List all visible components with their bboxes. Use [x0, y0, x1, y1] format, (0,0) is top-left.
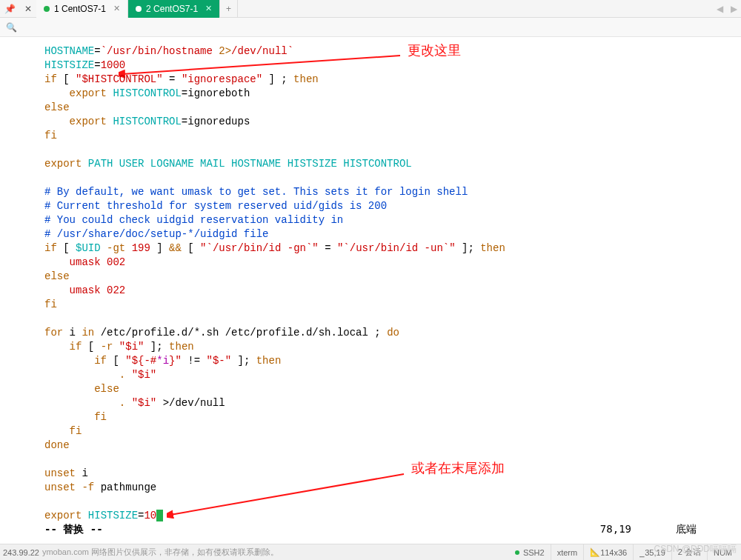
- tabs: 1 CentOS7-1 ✕ 2 CentOS7-1 ✕ +: [36, 0, 238, 18]
- cursor: [156, 510, 163, 521]
- tab-close-icon[interactable]: ✕: [205, 4, 212, 13]
- tab-2[interactable]: 2 CentOS7-1 ✕: [128, 0, 220, 18]
- status-dot-icon: [515, 550, 519, 555]
- watermark: CSDN @DDD嗝嗝嗝: [654, 543, 737, 556]
- search-icon[interactable]: 🔍: [6, 22, 17, 33]
- terminal-editor[interactable]: 更改这里 或者在末尾添加 HOSTNAME=`/usr/bin/hostname…: [0, 37, 741, 526]
- status-ssh: SSH2: [509, 544, 551, 560]
- tab-next-icon[interactable]: ▶: [727, 4, 741, 14]
- vim-status-line: -- 替换 -- 78,19 底端: [0, 523, 741, 539]
- vim-mode: -- 替换 --: [44, 523, 103, 539]
- code-content: HOSTNAME=`/usr/bin/hostname 2>/dev/null`…: [0, 37, 741, 523]
- status-ip: 243.99.22: [3, 548, 39, 557]
- pin-icon[interactable]: 📌: [0, 4, 20, 14]
- tab-label: 2 CentOS7-1: [146, 4, 198, 14]
- tab-prev-icon[interactable]: ◀: [713, 4, 727, 14]
- toolbar: 🔍: [0, 18, 741, 37]
- status-term: xterm: [551, 544, 584, 560]
- close-panel-icon[interactable]: ✕: [20, 4, 36, 14]
- status-bar: 243.99.22 ymoban.com 网络图片仅供展示，非存储，如有侵权请联…: [0, 544, 741, 560]
- tab-1[interactable]: 1 CentOS7-1 ✕: [36, 0, 128, 18]
- vim-scroll: 底端: [676, 523, 697, 539]
- status-dot-icon: [136, 6, 142, 12]
- tab-close-icon[interactable]: ✕: [113, 4, 120, 13]
- status-dot-icon: [44, 6, 50, 12]
- tab-bar: 📌 ✕ 1 CentOS7-1 ✕ 2 CentOS7-1 ✕ + ◀ ▶: [0, 0, 741, 18]
- status-size: 📐 114x36: [583, 544, 633, 560]
- tab-nav: ◀ ▶: [713, 4, 741, 14]
- tab-label: 1 CentOS7-1: [54, 4, 106, 14]
- status-notice: ymoban.com 网络图片仅供展示，非存储，如有侵权请联系删除。: [39, 547, 509, 558]
- new-tab-button[interactable]: +: [220, 0, 238, 18]
- vim-position: 78,19: [600, 523, 631, 539]
